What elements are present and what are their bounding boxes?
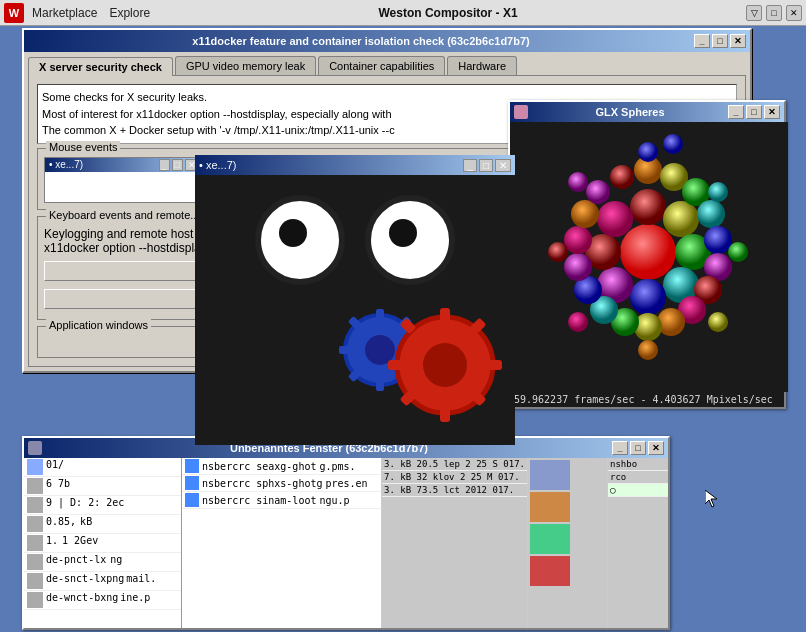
gear-red-svg [385,305,505,425]
taskbar-close[interactable]: ✕ [786,5,802,21]
nsb-icon-2 [185,493,199,507]
svg-rect-4 [339,346,355,354]
file-col-3b: kB [80,516,92,532]
sphere-r3-2 [663,134,683,154]
taskbar-menu-explore[interactable]: Explore [109,6,150,20]
nsb-file-list: nsbercrc seaxg-ghot g.pms. nsbercrc sphx… [182,458,382,628]
file-row-0[interactable]: 01/ [24,458,181,477]
main-window-close[interactable]: ✕ [730,34,746,48]
tab-container-capabilities[interactable]: Container capabilities [318,56,445,75]
glx-canvas [510,122,788,392]
size-d3-1: 25 M [471,472,493,482]
file-name-7a: de-wnct-bxng [46,592,118,608]
tabs-bar: X server security check GPU video memory… [24,52,750,75]
taskbar-minimize[interactable]: ▽ [746,5,762,21]
thumbnail-strip [528,458,607,588]
taskbar-maximize[interactable]: □ [766,5,782,21]
bottom-window-controls: _ □ ✕ [612,441,664,455]
sphere-r1-4 [630,279,666,315]
size-d4-1: 017. [498,472,520,482]
sphere-r3-4 [728,242,748,262]
main-window-minimize[interactable]: _ [694,34,710,48]
tab-gpu-memory[interactable]: GPU video memory leak [175,56,316,75]
thumb-2 [530,524,570,554]
file-row-5[interactable]: de-pnct-lx ng [24,553,181,572]
mouse-mini-btn-min[interactable]: _ [159,159,170,171]
sphere-r2-13 [564,253,592,281]
file-row-2[interactable]: 9 | D: 2: 2ec [24,496,181,515]
mouse-mini-btn-max[interactable]: □ [172,159,183,171]
file-row-7[interactable]: de-wnct-bxng ine.p [24,591,181,610]
glx-maximize[interactable]: □ [746,105,762,119]
file-col-4a: 1. [46,535,58,551]
svg-marker-20 [705,490,717,507]
file-icon [27,592,43,608]
sphere-r3-0 [610,165,634,189]
size-row-0: 3. kB 20.5 lep 2 25 S 017. [382,458,527,471]
main-window-titlebar: x11docker feature and container isolatio… [24,30,750,52]
svg-rect-2 [376,309,384,325]
sphere-r1-0 [630,189,666,225]
taskbar-menu: Marketplace Explore [32,6,150,20]
file-row-1[interactable]: 6 7b [24,477,181,496]
main-window-maximize[interactable]: □ [712,34,728,48]
taskbar-menu-marketplace[interactable]: Marketplace [32,6,97,20]
tab-hardware[interactable]: Hardware [447,56,517,75]
center-sphere [620,224,676,280]
size-d1-0: 20.5 [417,459,439,469]
sphere-r3-3 [708,182,728,202]
xeyes-titlebar: • xe...7) _ □ ✕ [195,155,515,175]
file-size-1: 6 7b [46,478,70,494]
size-unit-2: kB [400,485,411,495]
sphere-r3-5 [708,312,728,332]
mouse-mini-window: • xe...7) _ □ ✕ [44,157,204,203]
nsb-name-2: nsbercrc sinam-loot [202,495,316,506]
size-d4-2: 017. [492,485,514,495]
file-row-4[interactable]: 1. 1 2Gev [24,534,181,553]
glx-close[interactable]: ✕ [764,105,780,119]
bottom-maximize[interactable]: □ [630,441,646,455]
nsb-row-1[interactable]: nsbercrc sphxs-ghotg pres.en [182,475,381,492]
file-icon [27,478,43,494]
glx-window: GLX Spheres _ □ ✕ [508,100,786,409]
file-icon [27,554,43,570]
glx-minimize[interactable]: _ [728,105,744,119]
file-icon [27,497,43,513]
bottom-minimize[interactable]: _ [612,441,628,455]
xeyes-btn-max[interactable]: □ [479,159,493,172]
mouse-mini-title: • xe...7) [49,159,83,170]
svg-rect-14 [388,360,408,370]
eyes-area [195,175,515,295]
tab-x-server-security[interactable]: X server security check [28,57,173,76]
file-name-7b: ine.p [120,592,150,608]
nsb-row-0[interactable]: nsbercrc seaxg-ghot g.pms. [182,458,381,475]
file-row-6[interactable]: de-snct-lxpng mail. [24,572,181,591]
sphere-r3-6 [638,340,658,360]
nsb-row-2[interactable]: nsbercrc sinam-loot ngu.p [182,492,381,509]
eye-right [365,195,455,285]
svg-rect-13 [440,402,450,422]
app-windows-label: Application windows [46,319,151,331]
size-unit-0: kB [400,459,411,469]
taskbar: W Marketplace Explore Weston Compositor … [0,0,806,26]
extra-row-0: nshbo [608,458,668,471]
main-window-controls: _ □ ✕ [694,34,746,48]
xeyes-btn-min[interactable]: _ [463,159,477,172]
pupil-right [389,219,417,247]
sphere-r3-7 [568,312,588,332]
bottom-close[interactable]: ✕ [648,441,664,455]
sphere-r1-7 [597,201,633,237]
extra-col: nshbo rco ◯ [608,458,668,628]
sphere-r1-1 [663,201,699,237]
size-num-0: 3. [384,459,395,469]
xeyes-btn-close[interactable]: ✕ [495,159,511,172]
file-icon [27,535,43,551]
file-row-3[interactable]: 0.85, kB [24,515,181,534]
cursor-svg [705,490,717,508]
thumb-strip-col [528,458,608,628]
thumb-0 [530,460,570,490]
keyboard-events-label: Keyboard events and remote... [46,209,202,221]
file-name-5a: de-pnct-lx [46,554,106,570]
sphere-r2-14 [564,226,592,254]
file-icon [27,459,43,475]
